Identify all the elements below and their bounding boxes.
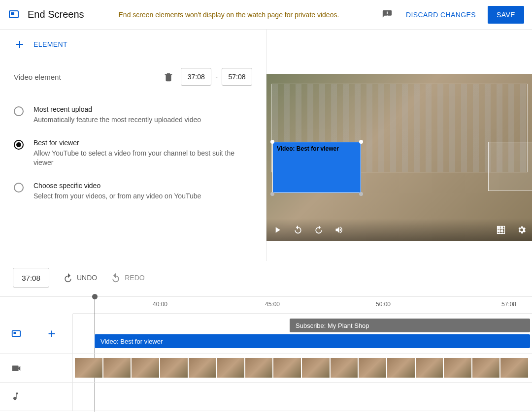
endscreen-icon — [8, 9, 20, 21]
video-overlay-element[interactable]: Video: Best for viewer — [272, 142, 361, 193]
end-time-input[interactable] — [222, 68, 252, 86]
video-preview[interactable]: Video: Best for viewer — [266, 74, 532, 241]
radio-sublabel: Automatically feature the most recently … — [33, 115, 201, 125]
radio-sublabel: Select from your videos, or from any vid… — [33, 192, 201, 201]
radio-sublabel: Allow YouTube to select a video from you… — [33, 149, 252, 168]
left-panel: ELEMENT Video element - Most recent uplo… — [0, 30, 266, 261]
video-track — [0, 354, 532, 383]
player-controls — [266, 219, 532, 241]
svg-rect-1 — [11, 12, 14, 15]
audio-track — [0, 383, 532, 411]
undo-icon — [63, 273, 73, 283]
resize-handle-br[interactable] — [359, 192, 363, 196]
forward-10-icon[interactable] — [314, 225, 324, 235]
rewind-10-icon[interactable] — [293, 225, 303, 235]
redo-button[interactable]: REDO — [111, 273, 144, 283]
video-element-label: Video element — [14, 73, 61, 81]
current-time-input[interactable] — [13, 268, 49, 288]
redo-icon — [111, 273, 121, 283]
endscreen-track: Subscribe: My Plant Shop Video: Best for… — [0, 314, 532, 354]
add-element-label: ELEMENT — [33, 40, 67, 48]
undo-label: UNDO — [77, 274, 97, 282]
save-button[interactable]: SAVE — [488, 6, 524, 24]
ruler-tick: 50:00 — [376, 301, 391, 308]
radio-label: Most recent upload — [33, 105, 201, 113]
timeline-toolbar: UNDO REDO — [0, 261, 532, 296]
radio-icon — [14, 183, 24, 193]
timeline-tracks: Subscribe: My Plant Shop Video: Best for… — [0, 314, 532, 411]
radio-most-recent[interactable]: Most recent upload Automatically feature… — [14, 105, 252, 125]
play-icon[interactable] — [272, 225, 282, 235]
resize-handle-tr[interactable] — [359, 140, 363, 144]
undo-button[interactable]: UNDO — [63, 273, 97, 283]
ruler-tick: 57:08 — [501, 301, 516, 308]
radio-icon — [14, 140, 24, 150]
discard-button[interactable]: DISCARD CHANGES — [406, 11, 476, 19]
timeline: 40:00 45:00 50:00 57:08 Subscribe: My Pl… — [0, 296, 532, 411]
subscribe-overlay-outline[interactable] — [488, 142, 532, 191]
radio-label: Choose specific video — [33, 182, 201, 190]
add-element-button[interactable]: ELEMENT — [14, 38, 252, 50]
add-track-icon[interactable] — [46, 328, 57, 339]
settings-icon[interactable] — [517, 225, 527, 235]
subscribe-clip[interactable]: Subscribe: My Plant Shop — [290, 319, 530, 332]
header: End Screens End screen elements won't di… — [0, 0, 532, 30]
main-split: ELEMENT Video element - Most recent uplo… — [0, 30, 532, 261]
preview-panel: Video: Best for viewer — [266, 30, 532, 261]
video-clip[interactable]: Video: Best for viewer — [95, 334, 530, 348]
timeline-ruler[interactable]: 40:00 45:00 50:00 57:08 — [73, 297, 532, 314]
radio-icon — [14, 106, 24, 116]
grid-icon[interactable] — [496, 225, 506, 235]
resize-handle-tl[interactable] — [270, 140, 274, 144]
ruler-tick: 45:00 — [265, 301, 280, 308]
radio-choose-specific[interactable]: Choose specific video Select from your v… — [14, 182, 252, 201]
svg-rect-8 — [14, 332, 17, 334]
redo-label: REDO — [125, 274, 144, 282]
video-track-icon[interactable] — [11, 363, 22, 374]
volume-icon[interactable] — [334, 225, 344, 235]
endscreen-track-icon[interactable] — [11, 328, 22, 339]
private-video-warning: End screen elements won't display on the… — [119, 11, 339, 19]
video-element-row: Video element - — [14, 68, 252, 86]
video-thumbnails[interactable] — [75, 358, 528, 378]
resize-handle-bl[interactable] — [270, 192, 274, 196]
page-title: End Screens — [28, 9, 84, 20]
ruler-tick: 40:00 — [153, 301, 167, 308]
start-time-input[interactable] — [181, 68, 211, 86]
radio-best-for-viewer[interactable]: Best for viewer Allow YouTube to select … — [14, 139, 252, 168]
feedback-icon[interactable] — [381, 9, 393, 21]
delete-icon[interactable] — [163, 71, 174, 82]
plus-icon — [14, 38, 26, 50]
time-separator: - — [215, 73, 218, 81]
audio-track-icon[interactable] — [11, 391, 22, 402]
radio-label: Best for viewer — [33, 139, 252, 147]
